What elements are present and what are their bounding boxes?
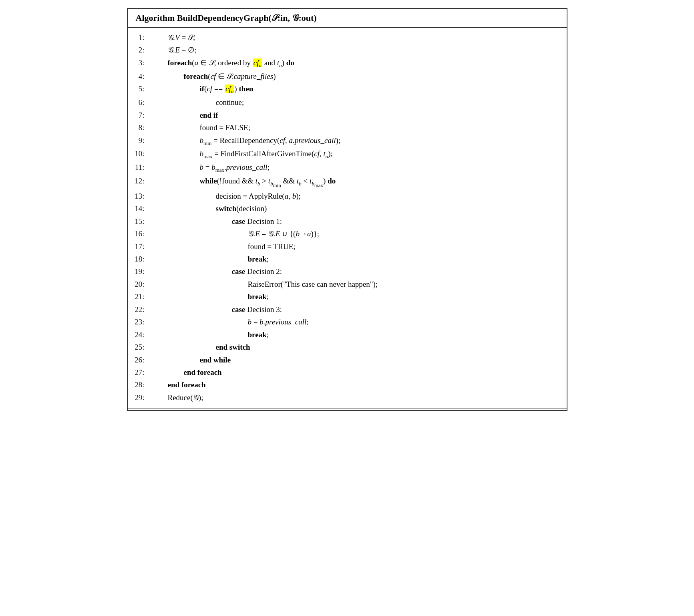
- algo-line-16: 16:𝒢.E = 𝒢.E ∪ {(b→a)};: [128, 227, 567, 240]
- line-content: break;: [152, 253, 567, 265]
- line-content: while(!found && tb > tbmin && tb < tbmax…: [152, 175, 567, 189]
- algo-line-6: 6:continue;: [128, 96, 567, 109]
- line-number: 27:: [128, 366, 152, 378]
- bottom-border: [128, 409, 567, 410]
- algo-line-7: 7:end if: [128, 109, 567, 121]
- algo-line-2: 2:𝒢.E = ∅;: [128, 44, 567, 56]
- line-content: if(cf == cfa) then: [152, 83, 567, 96]
- algo-line-22: 22:case Decision 3:: [128, 303, 567, 316]
- line-number: 7:: [128, 109, 152, 121]
- algo-line-11: 11:b = bmax.previous_call;: [128, 161, 567, 175]
- algo-line-8: 8:found = FALSE;: [128, 121, 567, 134]
- line-number: 20:: [128, 278, 152, 290]
- line-content: end foreach: [152, 379, 567, 391]
- algo-line-27: 27:end foreach: [128, 366, 567, 378]
- line-number: 17:: [128, 241, 152, 252]
- algo-line-28: 28:end foreach: [128, 378, 567, 391]
- line-number: 22:: [128, 304, 152, 315]
- line-number: 12:: [128, 175, 152, 187]
- line-content: break;: [152, 329, 567, 340]
- line-number: 8:: [128, 122, 152, 133]
- algo-line-19: 19:case Decision 2:: [128, 265, 567, 278]
- line-content: 𝒢.V = 𝒮;: [152, 32, 567, 43]
- algo-line-10: 10:bmax = FindFirstCallAfterGivenTime(cf…: [128, 147, 567, 161]
- line-content: decision = ApplyRule(a, b);: [152, 190, 567, 202]
- line-content: Reduce(𝒢);: [152, 392, 567, 403]
- line-number: 6:: [128, 97, 152, 108]
- line-content: b = b.previous_call;: [152, 316, 567, 328]
- line-number: 18:: [128, 253, 152, 265]
- line-content: bmin = RecallDependency(cf, a.previous_c…: [152, 135, 567, 147]
- algo-line-20: 20:RaiseError("This case can never happe…: [128, 278, 567, 290]
- line-number: 24:: [128, 329, 152, 340]
- line-number: 23:: [128, 316, 152, 328]
- algo-line-21: 21:break;: [128, 290, 567, 303]
- algo-line-25: 25:end switch: [128, 341, 567, 353]
- algorithm-title: Algorithm BuildDependencyGraph(𝒮:in, 𝒢:o…: [136, 13, 317, 23]
- algo-line-14: 14:switch(decision): [128, 202, 567, 215]
- line-content: case Decision 1:: [152, 215, 567, 227]
- line-number: 11:: [128, 161, 152, 173]
- algo-line-1: 1:𝒢.V = 𝒮;: [128, 31, 567, 44]
- line-number: 28:: [128, 379, 152, 391]
- algo-line-3: 3:foreach(a ∈ 𝒮, ordered by cfa and ta) …: [128, 56, 567, 70]
- algo-line-23: 23:b = b.previous_call;: [128, 316, 567, 328]
- algo-line-9: 9:bmin = RecallDependency(cf, a.previous…: [128, 134, 567, 148]
- line-content: end foreach: [152, 366, 567, 378]
- line-content: 𝒢.E = 𝒢.E ∪ {(b→a)};: [152, 228, 567, 240]
- line-content: end if: [152, 109, 567, 121]
- line-number: 19:: [128, 266, 152, 277]
- line-content: break;: [152, 291, 567, 302]
- line-number: 9:: [128, 135, 152, 146]
- algorithm-box: Algorithm BuildDependencyGraph(𝒮:in, 𝒢:o…: [127, 8, 567, 411]
- line-number: 26:: [128, 354, 152, 366]
- algo-line-29: 29:Reduce(𝒢);: [128, 391, 567, 404]
- line-content: b = bmax.previous_call;: [152, 161, 567, 174]
- line-content: continue;: [152, 97, 567, 108]
- line-number: 21:: [128, 291, 152, 302]
- algo-line-13: 13:decision = ApplyRule(a, b);: [128, 190, 567, 202]
- line-number: 15:: [128, 215, 152, 227]
- line-content: bmax = FindFirstCallAfterGivenTime(cf, t…: [152, 148, 567, 161]
- line-content: foreach(cf ∈ 𝒮.capture_files): [152, 70, 567, 82]
- line-content: case Decision 3:: [152, 304, 567, 315]
- algo-line-17: 17:found = TRUE;: [128, 240, 567, 253]
- algo-line-18: 18:break;: [128, 253, 567, 265]
- line-number: 2:: [128, 44, 152, 56]
- line-content: found = TRUE;: [152, 241, 567, 252]
- line-number: 3:: [128, 57, 152, 68]
- line-number: 13:: [128, 190, 152, 202]
- line-number: 14:: [128, 203, 152, 214]
- line-content: found = FALSE;: [152, 122, 567, 133]
- line-content: foreach(a ∈ 𝒮, ordered by cfa and ta) do: [152, 57, 567, 70]
- line-number: 25:: [128, 341, 152, 353]
- algo-line-26: 26:end while: [128, 354, 567, 366]
- line-number: 1:: [128, 32, 152, 43]
- algorithm-header: Algorithm BuildDependencyGraph(𝒮:in, 𝒢:o…: [128, 9, 567, 28]
- algo-line-12: 12:while(!found && tb > tbmin && tb < tb…: [128, 175, 567, 190]
- line-content: switch(decision): [152, 203, 567, 214]
- algo-line-15: 15:case Decision 1:: [128, 215, 567, 227]
- algorithm-lines: 1:𝒢.V = 𝒮;2:𝒢.E = ∅;3:foreach(a ∈ 𝒮, ord…: [128, 28, 567, 409]
- line-content: end switch: [152, 341, 567, 353]
- algo-line-5: 5:if(cf == cfa) then: [128, 83, 567, 96]
- line-number: 10:: [128, 148, 152, 159]
- line-number: 5:: [128, 83, 152, 95]
- algo-line-4: 4:foreach(cf ∈ 𝒮.capture_files): [128, 70, 567, 83]
- algo-line-24: 24:break;: [128, 328, 567, 341]
- line-content: case Decision 2:: [152, 266, 567, 277]
- line-number: 16:: [128, 228, 152, 240]
- line-number: 4:: [128, 70, 152, 82]
- line-content: 𝒢.E = ∅;: [152, 44, 567, 56]
- line-number: 29:: [128, 392, 152, 403]
- line-content: RaiseError("This case can never happen")…: [152, 278, 567, 290]
- line-content: end while: [152, 354, 567, 366]
